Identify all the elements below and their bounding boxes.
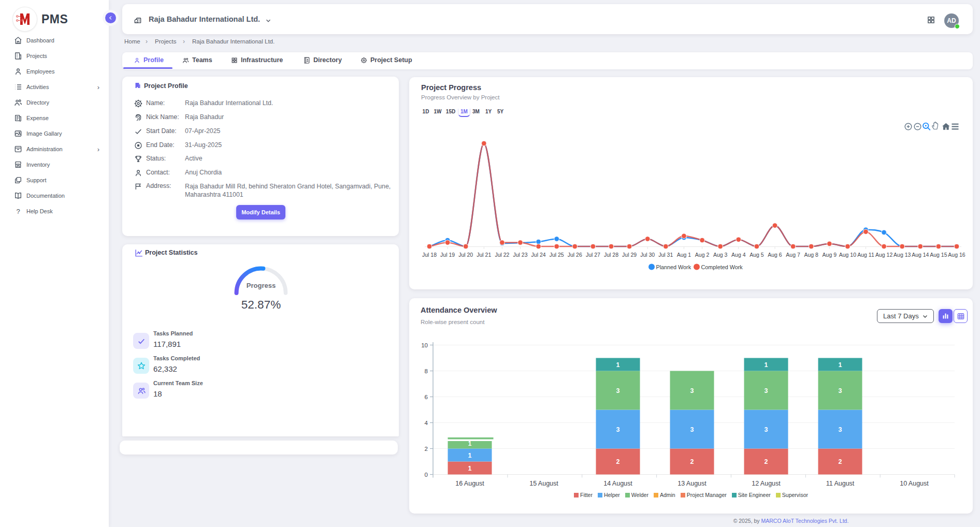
svg-text:2: 2 xyxy=(765,458,768,465)
svg-text:1: 1 xyxy=(765,361,768,369)
svg-text:Planned Work: Planned Work xyxy=(656,264,691,270)
svg-text:2: 2 xyxy=(616,458,620,465)
svg-text:2: 2 xyxy=(425,446,428,452)
svg-text:Aug 15: Aug 15 xyxy=(930,252,947,258)
svg-text:6: 6 xyxy=(425,394,428,400)
svg-text:Jul 25: Jul 25 xyxy=(550,252,564,258)
svg-text:Aug 2: Aug 2 xyxy=(695,252,710,258)
svg-text:Aug 1: Aug 1 xyxy=(677,252,691,258)
svg-text:Jul 26: Jul 26 xyxy=(568,252,582,258)
svg-text:Jul 21: Jul 21 xyxy=(477,252,491,258)
svg-text:11 August: 11 August xyxy=(826,480,855,487)
svg-text:Aug 12: Aug 12 xyxy=(875,252,892,258)
svg-text:Aug 8: Aug 8 xyxy=(804,252,818,258)
svg-text:1: 1 xyxy=(468,465,472,472)
svg-text:Jul 28: Jul 28 xyxy=(604,252,618,258)
svg-text:3: 3 xyxy=(839,426,842,433)
svg-text:2: 2 xyxy=(839,458,842,465)
svg-text:Aug 5: Aug 5 xyxy=(750,252,764,258)
svg-text:Aug 13: Aug 13 xyxy=(893,252,911,258)
svg-text:Jul 19: Jul 19 xyxy=(440,252,455,258)
svg-text:15 August: 15 August xyxy=(529,480,558,487)
svg-text:3: 3 xyxy=(616,387,620,394)
svg-text:3: 3 xyxy=(690,426,694,433)
svg-text:16 August: 16 August xyxy=(455,480,484,487)
svg-text:Aug 14: Aug 14 xyxy=(912,252,929,258)
svg-text:3: 3 xyxy=(616,426,620,433)
svg-text:0: 0 xyxy=(425,472,428,478)
svg-text:Jul 23: Jul 23 xyxy=(513,252,527,258)
svg-text:13 August: 13 August xyxy=(678,480,707,487)
svg-text:Aug 7: Aug 7 xyxy=(786,252,800,258)
svg-text:3: 3 xyxy=(690,387,694,394)
svg-text:Jul 27: Jul 27 xyxy=(586,252,600,258)
svg-text:Progress: Progress xyxy=(247,282,276,289)
svg-text:1: 1 xyxy=(616,361,620,369)
svg-text:3: 3 xyxy=(765,387,768,394)
svg-text:Aug 9: Aug 9 xyxy=(823,252,837,258)
svg-text:1: 1 xyxy=(839,361,842,369)
svg-text:Aug 16: Aug 16 xyxy=(948,252,965,258)
svg-text:Completed Work: Completed Work xyxy=(701,264,743,270)
svg-text:4: 4 xyxy=(425,420,428,426)
svg-text:Jul 18: Jul 18 xyxy=(422,252,437,258)
svg-text:8: 8 xyxy=(425,368,428,374)
svg-text:1: 1 xyxy=(468,440,472,447)
svg-text:12 August: 12 August xyxy=(752,480,781,487)
svg-text:Aug 3: Aug 3 xyxy=(713,252,728,258)
svg-text:Aug 11: Aug 11 xyxy=(857,252,874,258)
svg-text:Jul 31: Jul 31 xyxy=(658,252,673,258)
svg-text:2: 2 xyxy=(690,458,694,465)
svg-text:1: 1 xyxy=(468,452,472,459)
svg-text:Jul 20: Jul 20 xyxy=(458,252,473,258)
svg-text:Jul 22: Jul 22 xyxy=(495,252,509,258)
svg-text:Jul 24: Jul 24 xyxy=(531,252,546,258)
svg-text:Aug 10: Aug 10 xyxy=(839,252,856,258)
svg-text:10 August: 10 August xyxy=(900,480,929,487)
svg-text:Jul 30: Jul 30 xyxy=(640,252,655,258)
svg-text:Aug 6: Aug 6 xyxy=(768,252,782,258)
svg-text:10: 10 xyxy=(421,342,428,348)
svg-text:Jul 29: Jul 29 xyxy=(622,252,637,258)
svg-text:3: 3 xyxy=(839,387,842,394)
svg-text:14 August: 14 August xyxy=(603,480,632,487)
svg-text:Aug 4: Aug 4 xyxy=(731,252,746,258)
svg-text:3: 3 xyxy=(765,426,768,433)
